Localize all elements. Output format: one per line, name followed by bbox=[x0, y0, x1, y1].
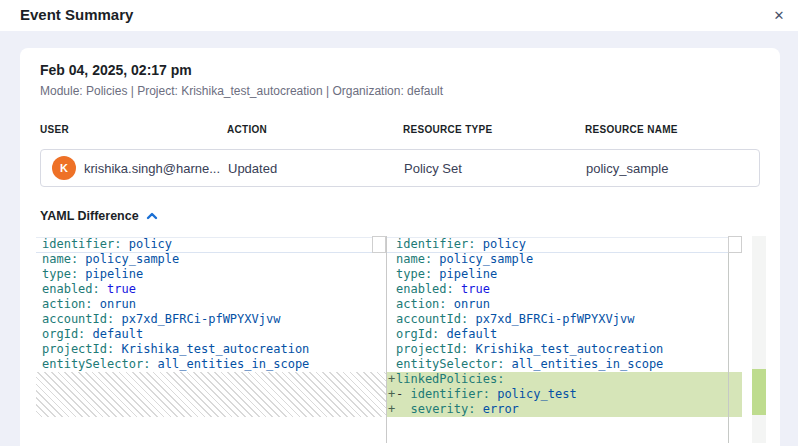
yaml-difference-label: YAML Difference bbox=[40, 209, 139, 223]
yaml-line: name: policy_sample bbox=[36, 252, 386, 267]
diff-splitter[interactable] bbox=[386, 236, 387, 443]
event-date: Feb 04, 2025, 02:17 pm bbox=[40, 62, 760, 78]
table-row: K krishika.singh@harne... Updated Policy… bbox=[40, 149, 760, 187]
chevron-up-icon[interactable] bbox=[146, 212, 158, 220]
right-scrollbar-thumb[interactable] bbox=[728, 236, 742, 253]
diff-left-pane[interactable]: identifier: policyname: policy_sampletyp… bbox=[36, 236, 386, 443]
yaml-line: orgId: default bbox=[387, 327, 742, 342]
event-meta: Module: Policies | Project: Krishika_tes… bbox=[40, 84, 760, 98]
close-icon[interactable]: ✕ bbox=[766, 3, 792, 29]
column-header-resource-name: RESOURCE NAME bbox=[585, 124, 760, 135]
column-header-action: ACTION bbox=[227, 124, 403, 135]
diff-left-code: identifier: policyname: policy_sampletyp… bbox=[36, 236, 386, 417]
column-header-user: USER bbox=[40, 124, 227, 135]
user-cell: K krishika.singh@harne... bbox=[52, 156, 228, 180]
user-email: krishika.singh@harne... bbox=[84, 161, 220, 176]
missing-lines-hatch-placeholder bbox=[36, 372, 386, 417]
yaml-diff-editor: identifier: policyname: policy_sampletyp… bbox=[36, 236, 766, 443]
modal-header: Event Summary ✕ bbox=[0, 0, 798, 31]
column-header-resource-type: RESOURCE TYPE bbox=[403, 124, 585, 135]
yaml-line: enabled: true bbox=[387, 282, 742, 297]
yaml-line: accountId: px7xd_BFRCi-pfWPYXVjvw bbox=[36, 312, 386, 327]
added-line-plus-marker: + bbox=[388, 372, 395, 387]
yaml-line: enabled: true bbox=[36, 282, 386, 297]
added-lines-ruler-marker bbox=[752, 369, 766, 415]
added-line-plus-marker: + bbox=[388, 402, 395, 417]
yaml-difference-toggle[interactable]: YAML Difference bbox=[40, 209, 180, 223]
right-pane-border bbox=[728, 236, 729, 443]
yaml-added-line: + severity: error bbox=[387, 402, 742, 417]
yaml-line: action: onrun bbox=[387, 297, 742, 312]
yaml-added-line: +linkedPolicies: bbox=[387, 372, 742, 387]
yaml-line: action: onrun bbox=[36, 297, 386, 312]
yaml-line: projectId: Krishika_test_autocreation bbox=[387, 342, 742, 357]
resource-type-cell: Policy Set bbox=[404, 161, 586, 176]
yaml-line: identifier: policy bbox=[387, 237, 742, 252]
yaml-line: name: policy_sample bbox=[387, 252, 742, 267]
diff-right-pane[interactable]: identifier: policyname: policy_sampletyp… bbox=[387, 236, 742, 443]
yaml-line: type: pipeline bbox=[36, 267, 386, 282]
yaml-line: type: pipeline bbox=[387, 267, 742, 282]
action-cell: Updated bbox=[228, 161, 404, 176]
resource-name-cell: policy_sample bbox=[586, 161, 759, 176]
yaml-added-line: +- identifier: policy_test bbox=[387, 387, 742, 402]
left-scrollbar-thumb[interactable] bbox=[372, 236, 386, 253]
yaml-line: accountId: px7xd_BFRCi-pfWPYXVjvw bbox=[387, 312, 742, 327]
yaml-line: entitySelector: all_entities_in_scope bbox=[36, 357, 386, 372]
yaml-line: identifier: policy bbox=[36, 237, 386, 252]
added-line-plus-marker: + bbox=[388, 387, 395, 402]
avatar: K bbox=[52, 156, 76, 180]
event-summary-card: Feb 04, 2025, 02:17 pm Module: Policies … bbox=[20, 48, 780, 446]
yaml-line: entitySelector: all_entities_in_scope bbox=[387, 357, 742, 372]
audit-table-header: USER ACTION RESOURCE TYPE RESOURCE NAME bbox=[40, 124, 760, 135]
yaml-line: orgId: default bbox=[36, 327, 386, 342]
yaml-line: projectId: Krishika_test_autocreation bbox=[36, 342, 386, 357]
diff-right-code: identifier: policyname: policy_sampletyp… bbox=[387, 236, 742, 417]
overview-ruler bbox=[752, 236, 766, 443]
modal-title: Event Summary bbox=[20, 6, 133, 23]
